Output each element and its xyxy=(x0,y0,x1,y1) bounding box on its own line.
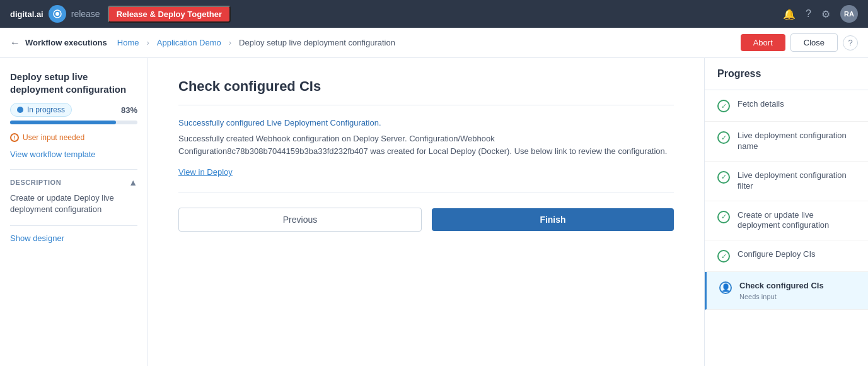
sep2: › xyxy=(229,38,231,47)
progress-item-4: ✓ Configure Deploy CIs xyxy=(705,240,868,272)
back-button[interactable]: ← xyxy=(10,37,20,49)
close-button[interactable]: Close xyxy=(790,33,838,52)
progress-item-label-3: Create or update live deployment configu… xyxy=(738,210,855,232)
avatar[interactable]: RA xyxy=(840,5,858,23)
progress-item-label-5: Check configured CIs xyxy=(739,281,855,292)
content-divider-top xyxy=(178,105,674,105)
progress-percent: 83% xyxy=(121,105,137,115)
right-sidebar: Progress ✓ Fetch details ✓ Live deployme… xyxy=(704,58,868,366)
progress-item-5: 👤 Check configured CIs Needs input xyxy=(705,272,868,310)
progress-check-icon-4: ✓ xyxy=(717,250,730,263)
status-label: In progress xyxy=(27,105,65,114)
release-deploy-badge[interactable]: Release & Deploy Together xyxy=(108,6,231,23)
navbar-icons: 🔔 ? ⚙ RA xyxy=(783,5,858,23)
status-dot-icon xyxy=(17,107,23,113)
show-designer-link[interactable]: Show designer xyxy=(10,233,137,243)
progress-item-text-4: Configure Deploy CIs xyxy=(738,249,855,260)
progress-bar-fill xyxy=(10,121,116,124)
description-label: DESCRIPTION xyxy=(10,179,61,186)
svg-point-1 xyxy=(55,12,59,16)
progress-item-text-1: Live deployment configuration name xyxy=(738,131,855,152)
main-layout: Deploy setup live deployment configurati… xyxy=(0,58,868,366)
progress-item-2: ✓ Live deployment configuration filter xyxy=(705,162,868,201)
brand-text: digital.ai xyxy=(10,9,43,19)
view-workflow-link[interactable]: View workflow template xyxy=(10,150,137,159)
description-text: Create or update Deploy live deployment … xyxy=(10,192,137,215)
home-link[interactable]: Home xyxy=(117,38,139,47)
status-row: In progress 83% xyxy=(10,103,137,117)
current-page: Deploy setup live deployment configurati… xyxy=(239,38,395,47)
progress-header: Progress xyxy=(705,58,868,90)
main-content: Check configured CIs Successfully config… xyxy=(148,58,704,366)
success-line1: Successfully configured Live Deployment … xyxy=(178,118,674,127)
user-input-icon: ! xyxy=(10,133,19,142)
sidebar-divider-2 xyxy=(10,225,137,226)
previous-button[interactable]: Previous xyxy=(178,208,422,232)
progress-item-3: ✓ Create or update live deployment confi… xyxy=(705,201,868,241)
progress-check-icon-2: ✓ xyxy=(717,171,730,184)
progress-item-label-0: Fetch details xyxy=(738,99,855,110)
progress-user-icon-5: 👤 xyxy=(719,281,732,294)
progress-check-icon-3: ✓ xyxy=(717,211,730,223)
status-badge: In progress xyxy=(10,103,72,117)
progress-item-text-0: Fetch details xyxy=(738,99,855,110)
progress-item-label-4: Configure Deploy CIs xyxy=(738,249,855,260)
navbar: digital.ai release Release & Deploy Toge… xyxy=(0,0,868,28)
progress-item-label-1: Live deployment configuration name xyxy=(738,131,855,152)
app-demo-link[interactable]: Application Demo xyxy=(157,38,221,47)
progress-check-icon-0: ✓ xyxy=(717,100,730,112)
sep1: › xyxy=(146,38,149,47)
user-input-row: ! User input needed xyxy=(10,133,137,142)
progress-item-label-2: Live deployment configuration filter xyxy=(738,170,855,192)
progress-item-text-5: Check configured CIs Needs input xyxy=(739,281,855,300)
left-sidebar: Deploy setup live deployment configurati… xyxy=(0,58,148,366)
progress-item-text-3: Create or update live deployment configu… xyxy=(738,210,855,232)
view-in-deploy-link[interactable]: View in Deploy xyxy=(178,167,233,177)
product-label: release xyxy=(71,9,100,19)
breadcrumb-bar: ← Workflow executions Home › Application… xyxy=(0,28,868,58)
content-divider-bottom xyxy=(178,192,674,192)
sidebar-divider-1 xyxy=(10,169,137,170)
breadcrumb-actions: Abort Close ? xyxy=(741,33,858,52)
progress-item-0: ✓ Fetch details xyxy=(705,90,868,122)
finish-button[interactable]: Finish xyxy=(432,208,674,231)
contextual-help-icon[interactable]: ? xyxy=(843,35,858,50)
abort-button[interactable]: Abort xyxy=(741,34,785,51)
user-input-label: User input needed xyxy=(23,133,84,142)
body-text: Successfully created Webhook configurati… xyxy=(178,133,674,157)
section-label: Workflow executions xyxy=(25,38,107,47)
bell-icon[interactable]: 🔔 xyxy=(783,8,796,20)
progress-item-sub-5: Needs input xyxy=(739,293,855,300)
content-title: Check configured CIs xyxy=(178,78,674,95)
description-header: DESCRIPTION ▲ xyxy=(10,177,137,187)
settings-icon[interactable]: ⚙ xyxy=(821,8,830,20)
progress-check-icon-1: ✓ xyxy=(717,131,730,144)
brand-logo: digital.ai release xyxy=(10,5,100,23)
progress-item-text-2: Live deployment configuration filter xyxy=(738,170,855,192)
collapse-icon[interactable]: ▲ xyxy=(129,177,137,187)
help-icon[interactable]: ? xyxy=(806,8,811,20)
progress-item-1: ✓ Live deployment configuration name xyxy=(705,122,868,162)
button-row: Previous Finish xyxy=(178,208,674,232)
release-icon xyxy=(49,5,66,23)
sidebar-title: Deploy setup live deployment configurati… xyxy=(10,71,137,95)
progress-bar-container xyxy=(10,121,137,124)
